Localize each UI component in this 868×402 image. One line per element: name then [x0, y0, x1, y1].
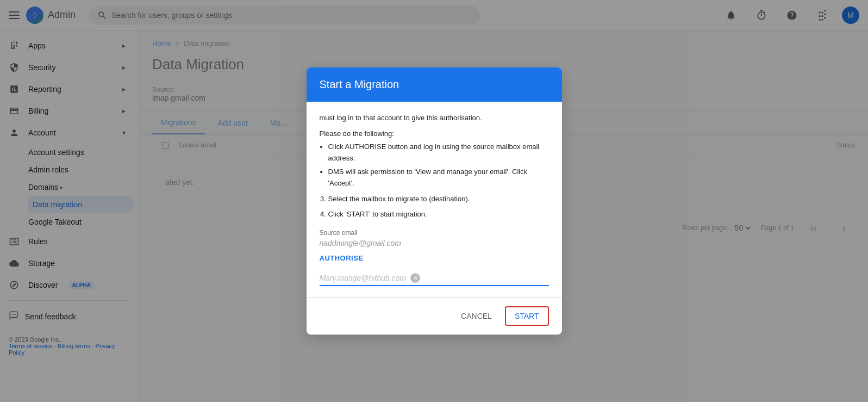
dialog-step-1: Click AUTHORISE button and log in using … — [328, 141, 549, 164]
dialog-body: must log in to that account to give this… — [307, 102, 562, 297]
dialog-step-3: Select the mailbox to migrate to (destin… — [328, 194, 549, 205]
modal-overlay: Start a Migration must log in to that ac… — [0, 0, 868, 402]
cancel-button[interactable]: CANCEL — [452, 307, 501, 325]
dialog-step-2: DMS will ask permission to 'View and man… — [328, 166, 549, 189]
dialog-title: Start a Migration — [320, 78, 399, 90]
dialog-instructions: must log in to that account to give this… — [320, 113, 549, 220]
dest-email-value: Mary.mange@hithub.com ✕ — [320, 273, 549, 283]
start-button[interactable]: START — [505, 306, 549, 326]
source-email-value: naddmingle@gmail.com — [320, 239, 549, 248]
dialog-intro: must log in to that account to give this… — [320, 113, 549, 124]
authorise-button[interactable]: AUTHORISE — [320, 254, 364, 262]
dialog-step-4: Click 'START' to start migration. — [328, 209, 549, 220]
dialog: Start a Migration must log in to that ac… — [307, 67, 562, 335]
dest-email-section: Mary.mange@hithub.com ✕ — [320, 273, 549, 286]
dialog-footer: CANCEL START — [307, 297, 562, 335]
dialog-header: Start a Migration — [307, 67, 562, 102]
dest-email-clear-btn[interactable]: ✕ — [410, 273, 420, 283]
source-email-label: Source email — [320, 229, 549, 237]
dialog-please: Please do the following: — [320, 128, 549, 140]
source-email-section: Source email naddmingle@gmail.com AUTHOR… — [320, 229, 549, 262]
